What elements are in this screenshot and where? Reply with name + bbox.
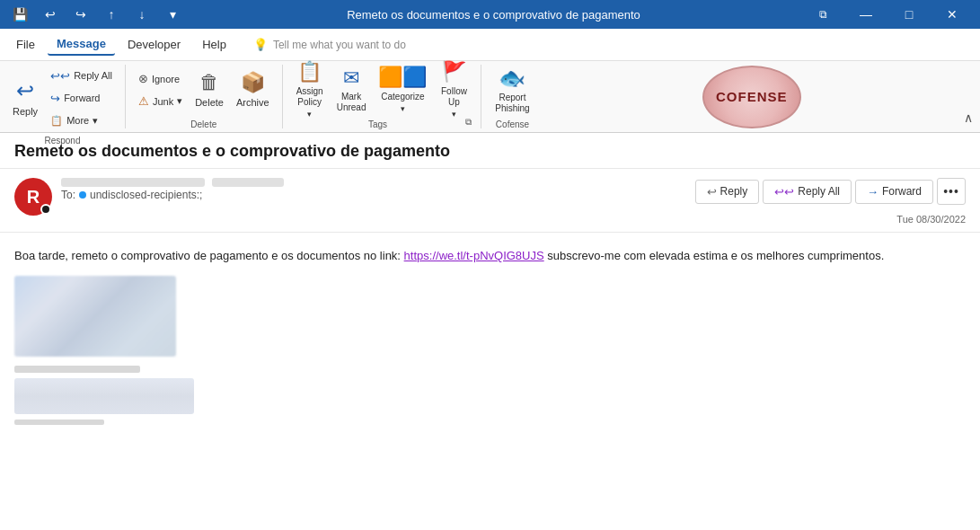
email-link[interactable]: https://we.tl/t-pNvQIG8UJS (404, 249, 544, 262)
archive-icon: 📦 (241, 71, 265, 94)
ignore-label: Ignore (152, 74, 180, 84)
junk-dropdown-icon: ▾ (177, 95, 182, 107)
to-dot-icon (79, 191, 86, 199)
title-bar-left: 💾 ↩ ↪ ↑ ↓ ▾ (7, 2, 185, 27)
respond-buttons: ↩ Reply ↩↩ Reply All ↪ Forward 📋 More ▾ (7, 65, 118, 131)
more-actions-button[interactable]: ••• (937, 178, 966, 205)
tags-expand-icon[interactable]: ⧉ (465, 117, 473, 128)
delete-icon: 🗑 (199, 71, 219, 94)
cofense-buttons: 🐟 ReportPhishing (489, 65, 535, 115)
archive-label: Archive (236, 97, 269, 109)
ribbon-expand-button[interactable]: ∧ (964, 65, 973, 128)
reply-action-label: Reply (720, 185, 748, 198)
ribbon-group-tags: 📋 AssignPolicy ▾ ✉ MarkUnread 🟧🟦 Categor… (283, 65, 482, 128)
delete-label: Delete (195, 97, 224, 109)
dropdown-icon[interactable]: ▾ (160, 2, 185, 27)
report-phishing-label: ReportPhishing (495, 93, 529, 114)
lightbulb-icon: 💡 (253, 38, 268, 51)
delete-group-label: Delete (133, 117, 275, 129)
reply-action-button[interactable]: ↩ Reply (695, 180, 760, 204)
redo-icon[interactable]: ↪ (68, 2, 93, 27)
minimize-button[interactable]: — (845, 0, 887, 29)
menu-message[interactable]: Message (48, 33, 115, 56)
forward-action-label: Forward (882, 185, 922, 198)
categorize-label: Categorize (381, 92, 424, 102)
email-header-right: ↩ Reply ↩↩ Reply All → Forward ••• Tue 0… (695, 178, 966, 225)
body-prefix: Boa tarde, remeto o comprovativo de paga… (14, 249, 401, 262)
forward-action-button[interactable]: → Forward (855, 180, 933, 204)
report-phishing-button[interactable]: 🐟 ReportPhishing (489, 65, 535, 115)
mark-unread-button[interactable]: ✉ MarkUnread (331, 65, 372, 115)
move-up-icon[interactable]: ↑ (99, 2, 124, 27)
to-label: To: (61, 189, 75, 201)
email-actions: ↩ Reply ↩↩ Reply All → Forward ••• (695, 178, 966, 205)
reply-all-icon: ↩↩ (50, 69, 70, 83)
email-body: Boa tarde, remeto o comprovativo de paga… (0, 233, 980, 439)
delete-buttons: ⊗ Ignore ⚠ Junk ▾ 🗑 Delete 📦 Archive (133, 65, 275, 115)
reply-button[interactable]: ↩ Reply (7, 73, 43, 123)
email-blurred-text-1 (14, 366, 140, 373)
forward-label: Forward (64, 93, 100, 103)
report-phishing-icon: 🐟 (499, 66, 525, 92)
delete-button[interactable]: 🗑 Delete (190, 65, 229, 115)
save-icon[interactable]: 💾 (7, 2, 32, 27)
to-recipient: undisclosed-recipients:; (90, 189, 202, 201)
categorize-icon: 🟧🟦 (378, 66, 427, 89)
tags-group-label: Tags (290, 117, 466, 129)
ignore-button[interactable]: ⊗ Ignore (133, 68, 188, 90)
assign-policy-button[interactable]: 📋 AssignPolicy ▾ (290, 65, 330, 115)
reply-all-action-button[interactable]: ↩↩ Reply All (763, 180, 852, 204)
more-label: More (66, 115, 89, 126)
move-down-icon[interactable]: ↓ (129, 2, 155, 27)
follow-up-button[interactable]: 🚩 FollowUp ▾ (434, 65, 473, 115)
categorize-button[interactable]: 🟧🟦 Categorize ▾ (373, 65, 432, 115)
menu-help[interactable]: Help (193, 34, 235, 55)
sender-name-row (61, 178, 284, 187)
cofense-logo: COFENSE (702, 66, 801, 128)
close-button[interactable]: ✕ (931, 0, 973, 29)
tell-me-text[interactable]: Tell me what you want to do (273, 39, 406, 51)
reply-all-forward-col: ↩↩ Reply All ↪ Forward 📋 More ▾ (45, 65, 118, 131)
undo-icon[interactable]: ↩ (38, 2, 63, 27)
reply-all-action-icon: ↩↩ (774, 185, 794, 199)
follow-up-label: FollowUp (441, 86, 467, 108)
reply-all-action-label: Reply All (798, 185, 840, 198)
assign-policy-icon: 📋 (297, 60, 322, 84)
archive-button[interactable]: 📦 Archive (231, 65, 275, 115)
ribbon-group-delete: ⊗ Ignore ⚠ Junk ▾ 🗑 Delete 📦 Archive Del… (126, 65, 283, 128)
sender-date-blurred (212, 178, 284, 187)
cofense-group-label: Cofense (489, 117, 535, 129)
ribbon-group-cofense: 🐟 ReportPhishing Cofense (481, 65, 539, 128)
more-dropdown-icon: ▾ (93, 115, 98, 127)
email-body-text: Boa tarde, remeto o comprovativo de paga… (14, 247, 966, 265)
email-header: R To: undisclosed-recipients:; ↩ Re (0, 169, 980, 233)
forward-button[interactable]: ↪ Forward (45, 87, 118, 109)
title-bar: 💾 ↩ ↪ ↑ ↓ ▾ Remeto os documentos e o com… (0, 0, 980, 29)
tags-footer: Tags ⧉ (290, 115, 474, 129)
menu-bar: File Message Developer Help 💡 Tell me wh… (0, 29, 980, 61)
window-title: Remeto os documentos e o comprovativo de… (185, 8, 802, 22)
email-blurred-text-2 (14, 420, 104, 425)
reply-all-button[interactable]: ↩↩ Reply All (45, 65, 118, 86)
ignore-icon: ⊗ (138, 72, 148, 85)
follow-up-icon: 🚩 (442, 60, 466, 84)
assign-policy-label: AssignPolicy (296, 86, 323, 108)
sender-name-blurred (61, 178, 205, 187)
more-button[interactable]: 📋 More ▾ (45, 110, 118, 131)
restore-button[interactable]: ⧉ (802, 0, 843, 29)
maximize-button[interactable]: □ (888, 0, 930, 29)
email-attachment-image (14, 276, 176, 357)
reply-action-icon: ↩ (707, 185, 717, 199)
sender-details: To: undisclosed-recipients:; (61, 178, 284, 201)
body-suffix: subscrevo-me com elevada estima e os mel… (547, 249, 884, 262)
ribbon-group-respond: ↩ Reply ↩↩ Reply All ↪ Forward 📋 More ▾ (7, 65, 126, 128)
menu-developer[interactable]: Developer (119, 34, 190, 55)
tell-me-bar: 💡 Tell me what you want to do (253, 38, 406, 51)
menu-file[interactable]: File (7, 34, 44, 55)
email-subject: Remeto os documentos e o comprovativo de… (0, 133, 980, 169)
junk-button[interactable]: ⚠ Junk ▾ (133, 91, 188, 112)
junk-label: Junk (153, 96, 173, 107)
window-controls: ⧉ — □ ✕ (802, 0, 973, 29)
to-row: To: undisclosed-recipients:; (61, 189, 284, 201)
mark-unread-label: MarkUnread (337, 92, 366, 113)
